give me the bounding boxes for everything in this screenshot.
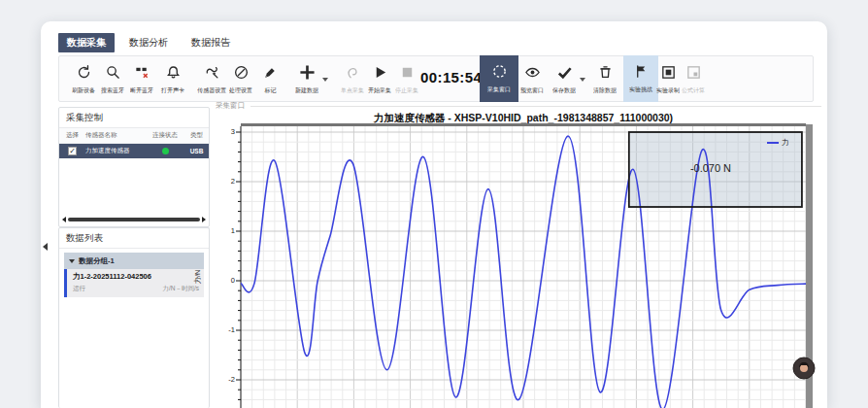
- stop-collect-button: 停止采集: [392, 56, 421, 102]
- new-data-dropdown-icon[interactable]: [322, 78, 328, 82]
- scrollbar-thumb[interactable]: [68, 218, 200, 221]
- main-tabs: 数据采集数据分析数据报告: [58, 33, 239, 52]
- scroll-left-icon[interactable]: [62, 217, 66, 222]
- tab-analyze[interactable]: 数据分析: [120, 33, 177, 52]
- marker-button[interactable]: 标记: [255, 56, 284, 102]
- preview-window-button[interactable]: 预览窗口: [517, 56, 547, 102]
- y-tick-label: -2: [216, 375, 235, 384]
- collect-control-title: 采集控制: [59, 108, 209, 128]
- open-soundcard-icon: [165, 64, 182, 85]
- save-data-icon: [556, 64, 573, 85]
- tab-collect[interactable]: 数据采集: [58, 33, 115, 52]
- save-data-dropdown-icon[interactable]: [580, 78, 585, 82]
- start-collect-icon: [372, 64, 388, 85]
- refresh-device-icon: [76, 64, 92, 85]
- single-point-collect-icon: [345, 64, 361, 85]
- open-soundcard-button[interactable]: 打开声卡: [158, 56, 187, 102]
- y-tick-label: 0: [216, 276, 235, 285]
- col-header: 连接状态: [146, 131, 184, 140]
- search-bluetooth-icon: [105, 64, 121, 85]
- refresh-device-button[interactable]: 刷新设备: [69, 56, 98, 102]
- y-axis-label: 力/N: [193, 270, 203, 285]
- sensor-settings-icon: [204, 64, 220, 85]
- chart-legend: 力: [767, 138, 789, 148]
- disconnect-bluetooth-icon: [134, 64, 150, 85]
- horizontal-scrollbar[interactable]: [62, 217, 206, 222]
- clear-data-icon: [597, 64, 614, 85]
- experiment-challenge-icon: [633, 63, 650, 84]
- save-data-button[interactable]: 保存数据: [550, 56, 579, 102]
- elapsed-timer: 00:15:54: [420, 69, 484, 85]
- sensor-settings-button[interactable]: 传感器设置: [197, 56, 226, 102]
- sensor-name: 力加速度传感器: [85, 147, 146, 155]
- toolbar: 00:15:54 刷新设备搜索蓝牙断开蓝牙打开声卡传感器设置处理设置标记新建数据…: [58, 55, 814, 102]
- new-data-icon: [299, 64, 316, 85]
- preview-window-icon: [524, 64, 541, 85]
- y-tick-label: 1: [216, 226, 235, 235]
- sensor-checkbox[interactable]: ✓: [68, 147, 77, 155]
- search-bluetooth-button[interactable]: 搜索蓝牙: [98, 56, 127, 102]
- sensor-table-header: 选择传感器名称连接状态类型: [59, 128, 209, 144]
- app-window: 数据采集数据分析数据报告 00:15:54 刷新设备搜索蓝牙断开蓝牙打开声卡传感…: [41, 21, 827, 408]
- sidebar-collapse-icon[interactable]: [43, 243, 48, 251]
- data-list-item[interactable]: 力1-2-20251112-042506⋮运行力/N－时间/s: [64, 269, 204, 297]
- chevron-down-icon: [69, 259, 75, 263]
- y-tick-label: 2: [216, 177, 235, 186]
- user-avatar-button[interactable]: [792, 357, 816, 380]
- data-group-header[interactable]: 数据分组-1: [64, 253, 204, 269]
- data-list-panel: 数据列表 数据分组-1 力1-2-20251112-042506⋮运行力/N－时…: [58, 227, 210, 408]
- clear-data-button[interactable]: 清除数据: [590, 56, 619, 102]
- start-collect-button[interactable]: 开始采集: [365, 56, 394, 102]
- status-dot: [162, 148, 169, 154]
- legend-line-swatch: [767, 142, 779, 144]
- tab-report[interactable]: 数据报告: [183, 33, 239, 52]
- formula-calc-icon: [685, 64, 702, 85]
- data-item-status: 运行: [73, 285, 85, 293]
- marker-icon: [262, 64, 279, 85]
- experiment-record-icon: [660, 64, 677, 85]
- process-settings-icon: [233, 64, 250, 85]
- chart-panel: 采集窗口 力加速度传感器 - XHSP-V10HID_path_-1981348…: [194, 101, 825, 408]
- new-data-button[interactable]: 新建数据: [292, 56, 321, 102]
- process-settings-button[interactable]: 处理设置: [226, 56, 255, 102]
- collect-window-button[interactable]: 采集窗口: [480, 55, 518, 102]
- collect-window-icon: [491, 63, 508, 84]
- data-list-title: 数据列表: [59, 228, 209, 249]
- single-point-collect-button: 单点采集: [338, 56, 367, 102]
- col-header: 传感器名称: [85, 131, 146, 140]
- y-tick-label: -1: [216, 325, 235, 334]
- disconnect-bluetooth-button[interactable]: 断开蓝牙: [127, 56, 156, 102]
- col-header: 选择: [59, 131, 85, 140]
- formula-calc-button: 公式计算: [679, 56, 708, 102]
- measurement-readout: -0.070 N: [690, 162, 731, 174]
- collect-control-panel: 采集控制 选择传感器名称连接状态类型 ✓力加速度传感器USB: [58, 107, 210, 227]
- stop-collect-icon: [399, 64, 416, 85]
- y-tick-label: 3: [216, 127, 235, 136]
- sensor-row[interactable]: ✓力加速度传感器USB: [59, 144, 209, 158]
- chart-panel-label: 采集窗口: [216, 101, 245, 111]
- data-item-title: 力1-2-20251112-042506: [73, 272, 199, 282]
